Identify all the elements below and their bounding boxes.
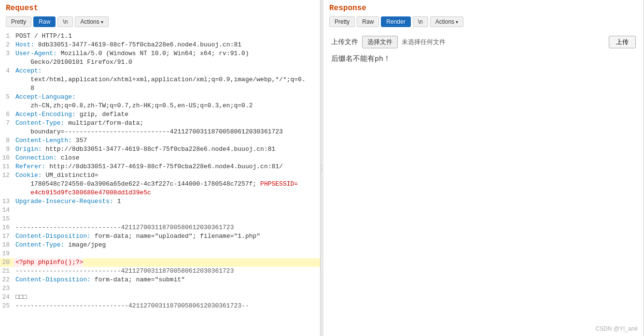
table-row: 7 Content-Type: multipart/form-data; [0,119,320,128]
response-toolbar: Pretty Raw Render \n Actions ▾ [323,15,644,30]
response-body: 上传文件 选择文件 未选择任何文件 上传 后缀名不能有ph！ [323,30,644,336]
table-row: 1780548c724550-0a3906a65de622-4c3f227c-1… [0,180,320,189]
table-row: 13 Upgrade-Insecure-Requests: 1 [0,197,320,206]
response-tab-raw[interactable]: Raw [357,16,379,27]
table-row: 15 [0,215,320,223]
request-toolbar: Pretty Raw \n Actions ▾ [0,15,320,30]
table-row: 11 Referer: http://8db33051-3477-4619-88… [0,162,320,171]
table-row: 8 Content-Length: 357 [0,136,320,145]
response-panel: Response Pretty Raw Render \n Actions ▾ … [323,0,644,336]
table-row: 18 Content-Type: image/jpeg [0,241,320,249]
upload-label: 上传文件 [331,38,358,46]
response-tab-pretty[interactable]: Pretty [329,16,355,27]
response-actions-button[interactable]: Actions ▾ [430,16,463,27]
request-tab-raw[interactable]: Raw [33,16,56,27]
table-row: 16 ----------------------------421127003… [0,223,320,232]
table-row: 20 <?php phpinfo();?> [0,258,320,267]
table-row: 17 Content-Disposition: form-data; name=… [0,232,320,241]
request-tab-newline[interactable]: \n [57,16,73,27]
table-row: 24 □□□ [0,293,320,302]
table-row: 6 Accept-Encoding: gzip, deflate [0,110,320,119]
table-row: 14 [0,206,320,215]
table-row: text/html,application/xhtml+xml,applicat… [0,75,320,84]
table-row: 8 [0,84,320,93]
table-row: e4cb915d9fc380680e47008dd1d39e5c [0,189,320,197]
request-code-area: 1 POST / HTTP/1.1 2 Host: 8db33051-3477-… [0,30,320,336]
table-row: 5 Accept-Language: [0,93,320,102]
table-row: 19 [0,249,320,258]
request-tab-pretty[interactable]: Pretty [6,16,31,27]
table-row: 1 POST / HTTP/1.1 [0,32,320,41]
request-panel: Request Pretty Raw \n Actions ▾ 1 POST /… [0,0,321,336]
request-title: Request [0,0,320,15]
table-row: 4 Accept: [0,67,320,75]
table-row: boundary=----------------------------421… [0,128,320,136]
upload-row: 上传文件 选择文件 未选择任何文件 上传 [331,36,636,48]
choose-file-button[interactable]: 选择文件 [362,36,398,48]
table-row: 10 Connection: close [0,154,320,162]
response-title: Response [323,0,644,15]
response-tab-newline[interactable]: \n [413,16,428,27]
upload-submit-button[interactable]: 上传 [609,36,636,48]
response-tab-render[interactable]: Render [381,16,410,27]
table-row: 22 Content-Disposition: form-data; name=… [0,276,320,284]
table-row: 2 Host: 8db33051-3477-4619-88cf-75f0cba2… [0,41,320,49]
error-message: 后缀名不能有ph！ [331,54,636,63]
table-row: 21 ----------------------------421127003… [0,267,320,276]
chevron-down-icon: ▾ [101,19,103,25]
table-row: zh-CN,zh;q=0.8,zh-TW;q=0.7,zh-HK;q=0.5,e… [0,102,320,110]
request-actions-button[interactable]: Actions ▾ [75,16,108,27]
table-row: 25 ------------------------------4211270… [0,302,320,310]
table-row: 3 User-Agent: Mozilla/5.0 (Windows NT 10… [0,49,320,58]
table-row: 9 Origin: http://8db33051-3477-4619-88cf… [0,145,320,154]
no-file-text: 未选择任何文件 [402,38,446,46]
watermark: CSDN @YI_an# [595,325,638,332]
table-row: 12 Cookie: UM_distinctid= [0,171,320,180]
table-row: Gecko/20100101 Firefox/91.0 [0,58,320,67]
table-row: 23 [0,284,320,293]
chevron-down-icon: ▾ [456,19,458,25]
